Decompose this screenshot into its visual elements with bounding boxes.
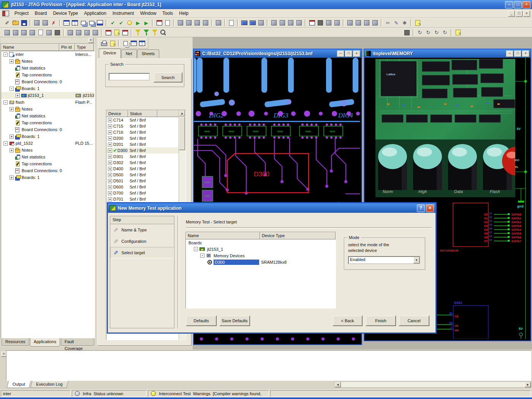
device-table-headers[interactable]: Device Status — [106, 110, 185, 117]
expander-plus-icon[interactable]: + — [108, 185, 112, 189]
net-cut-icon[interactable] — [83, 29, 91, 36]
tree-item-boards-1[interactable]: +Boards: 1 — [1, 133, 94, 140]
mdi-close-button[interactable]: × — [523, 11, 530, 17]
copy-view-icon[interactable] — [122, 40, 129, 47]
expander-minus-icon[interactable]: - — [194, 247, 198, 251]
panel-close-icon[interactable]: × — [88, 38, 93, 43]
tree-item-notes[interactable]: +Notes — [1, 58, 94, 65]
tap-probe-b-icon[interactable] — [41, 19, 49, 27]
memory-maximize-button[interactable]: □ — [514, 51, 521, 57]
scrollbar-thumb[interactable] — [179, 117, 185, 150]
tree-item-inter[interactable]: -interInterco... — [1, 51, 94, 58]
tree-item-net-statistics[interactable]: Net statistics — [1, 65, 94, 71]
tree-item-tap-connections[interactable]: Tap connections — [1, 160, 94, 167]
run-icon[interactable]: ▶ — [134, 19, 142, 27]
calendar-view-icon[interactable] — [121, 29, 129, 36]
tile-vertical-icon[interactable] — [71, 19, 79, 27]
tab-net[interactable]: Net — [121, 49, 137, 58]
tab-fault-coverage[interactable]: Fault Coverage — [61, 338, 94, 346]
grid-mode-icon[interactable] — [12, 29, 19, 36]
tab-device[interactable]: Device — [99, 49, 121, 58]
help-button[interactable]: ? — [417, 204, 425, 212]
net-up-icon[interactable] — [241, 19, 248, 27]
menu-instrument[interactable]: Instrument — [109, 9, 137, 18]
apply-run-icon[interactable]: ✔ — [117, 19, 125, 27]
expander-plus-icon[interactable]: + — [108, 149, 112, 153]
expander-plus-icon[interactable]: + — [108, 155, 112, 159]
save-defaults-button[interactable]: Save Defaults — [219, 315, 250, 326]
tree-item-tap-connections[interactable]: Tap connections — [1, 119, 94, 126]
tab-sheets[interactable]: Sheets — [137, 49, 159, 58]
memory-window-titlebar[interactable]: \toplevel\MEMORY – □ × — [364, 49, 530, 58]
defaults-button[interactable]: Defaults — [186, 315, 217, 326]
tree-item-flash[interactable]: -flashFlash P... — [1, 99, 94, 106]
draw-icon[interactable]: ✎ — [393, 19, 400, 27]
tree-item-pld-1532[interactable]: -pld_1532PLD 15... — [1, 140, 94, 147]
device-insert-icon[interactable] — [193, 19, 201, 27]
board-import-icon[interactable] — [37, 29, 44, 36]
export-doc-icon[interactable] — [164, 19, 171, 27]
tree-item-net-statistics[interactable]: Net statistics — [1, 112, 94, 119]
notes-edit-icon[interactable] — [414, 19, 421, 27]
import-doc-icon[interactable] — [228, 19, 235, 27]
expander-minus-icon[interactable]: - — [10, 87, 14, 91]
tab-resources[interactable]: Resources — [2, 338, 29, 346]
part-remove-icon[interactable] — [75, 29, 82, 36]
maximize-button[interactable]: □ — [514, 1, 522, 8]
mdi-restore-button[interactable]: □ — [516, 11, 522, 17]
expander-plus-icon[interactable]: + — [10, 176, 14, 180]
tab-execution-log[interactable]: Execution Log — [30, 381, 68, 388]
pin-equal-icon[interactable] — [355, 19, 362, 27]
wave-edit-icon[interactable] — [113, 29, 120, 36]
step-name-type[interactable]: ✎Name & Type — [110, 224, 174, 236]
tree-item-notes[interactable]: +Notes — [1, 147, 94, 154]
column-device[interactable]: Device — [106, 110, 128, 117]
expander-plus-icon[interactable]: + — [108, 142, 112, 147]
menu-application[interactable]: Application — [81, 9, 109, 18]
expander-plus-icon[interactable]: + — [108, 167, 112, 171]
net-jump-icon[interactable] — [20, 29, 28, 36]
device-row-c716[interactable]: +C716Snf / Bnf — [106, 129, 185, 135]
search-input[interactable] — [109, 73, 150, 81]
device-row-d700[interactable]: +D700Snf / Bnf — [106, 190, 185, 196]
cancel-button[interactable]: Cancel — [399, 315, 429, 326]
memory-close-button[interactable]: × — [522, 51, 529, 57]
close-button[interactable]: × — [522, 1, 530, 8]
device-row-d500[interactable]: +D500Snf / Bnf — [106, 172, 185, 178]
probe-c-icon[interactable] — [270, 19, 278, 27]
filter-dots-icon[interactable] — [151, 29, 158, 36]
tile-horizontal-icon[interactable] — [63, 19, 70, 27]
new-wizard-icon[interactable]: ✐ — [3, 19, 11, 27]
selection-dark-icon[interactable] — [403, 29, 411, 36]
column-name[interactable]: Name — [186, 232, 260, 239]
route-mode-icon[interactable] — [3, 29, 11, 36]
pcb-close-button[interactable]: × — [353, 51, 360, 57]
hint-icon[interactable] — [126, 19, 133, 27]
board-editor-icon[interactable] — [155, 19, 163, 27]
mode-select[interactable]: Enabled ▼ — [348, 256, 420, 264]
expander-plus-icon[interactable]: + — [16, 93, 20, 98]
tab-output[interactable]: Output — [7, 381, 31, 388]
rotate-d-icon[interactable]: ↻ — [441, 29, 449, 36]
device-find-icon[interactable] — [202, 19, 209, 27]
expander-minus-icon[interactable]: - — [200, 253, 204, 258]
note-view-icon[interactable] — [454, 29, 462, 36]
probe-d-icon[interactable] — [279, 19, 286, 27]
open-project-icon[interactable] — [12, 19, 19, 27]
step-select-target[interactable]: ✎Select target — [110, 247, 174, 258]
part-add-icon[interactable] — [66, 29, 74, 36]
pin-up-icon[interactable] — [346, 19, 354, 27]
tree-item-tap-connections[interactable]: Tap connections — [1, 71, 94, 78]
pin-column-alt-icon[interactable] — [295, 19, 303, 27]
expander-plus-icon[interactable]: + — [10, 135, 14, 139]
tree-item-boards-1[interactable]: -Boards: 1 — [1, 85, 94, 92]
chevron-down-icon[interactable]: ▼ — [413, 257, 420, 263]
tree-item-notes[interactable]: +Notes — [1, 106, 94, 112]
menu-box-icon[interactable] — [325, 19, 332, 27]
column-type[interactable]: Type — [75, 44, 94, 51]
dialog-close-button[interactable]: × — [426, 204, 434, 212]
selection-icon[interactable] — [54, 29, 61, 36]
expander-plus-icon[interactable]: + — [108, 197, 112, 201]
expander-minus-icon[interactable]: - — [3, 52, 8, 57]
column-name[interactable]: Name — [1, 44, 59, 51]
